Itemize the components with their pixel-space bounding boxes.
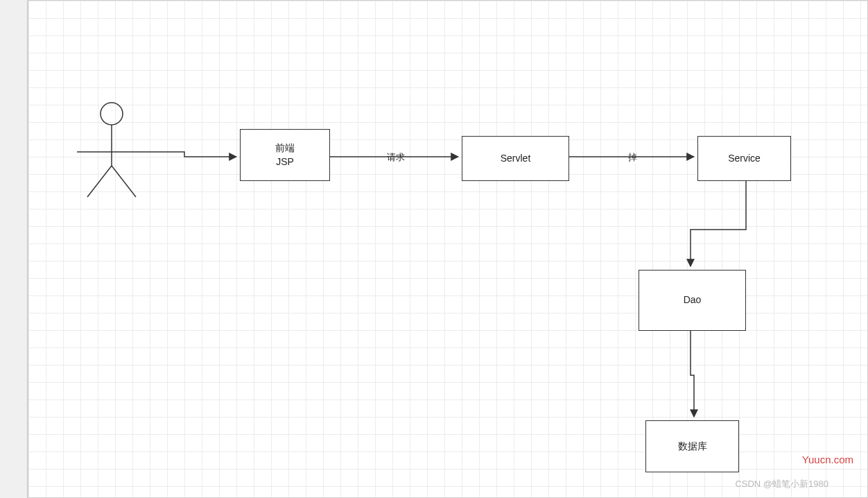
- node-dao-label: Dao: [684, 293, 702, 307]
- node-dao: Dao: [639, 270, 746, 331]
- edge-dao-to-db: [691, 331, 694, 417]
- node-service: Service: [697, 136, 791, 181]
- node-jsp: 前端 JSP: [240, 129, 330, 181]
- node-db: 数据库: [645, 420, 739, 472]
- arrows-layer: [28, 1, 868, 498]
- gutter: [0, 0, 28, 498]
- edge-service-to-dao: [691, 181, 746, 266]
- diagram-canvas: 前端 JSP Servlet Service Dao 数据库 请求 掉 Yuuc: [28, 0, 868, 498]
- node-db-label: 数据库: [678, 440, 707, 454]
- watermark-grey: CSDN @蜡笔小新1980: [735, 478, 828, 490]
- svg-point-0: [101, 103, 123, 125]
- edge-actor-to-jsp: [146, 152, 236, 157]
- actor-stick-figure: [70, 100, 153, 200]
- node-jsp-label: 前端 JSP: [275, 141, 295, 169]
- edge-label-request: 请求: [385, 151, 406, 164]
- svg-line-3: [87, 166, 112, 197]
- watermark-red: Yuucn.com: [802, 454, 853, 465]
- edge-label-call: 掉: [627, 151, 639, 164]
- node-servlet-label: Servlet: [501, 152, 531, 166]
- node-service-label: Service: [728, 152, 761, 166]
- node-servlet: Servlet: [462, 136, 569, 181]
- svg-line-4: [112, 166, 136, 197]
